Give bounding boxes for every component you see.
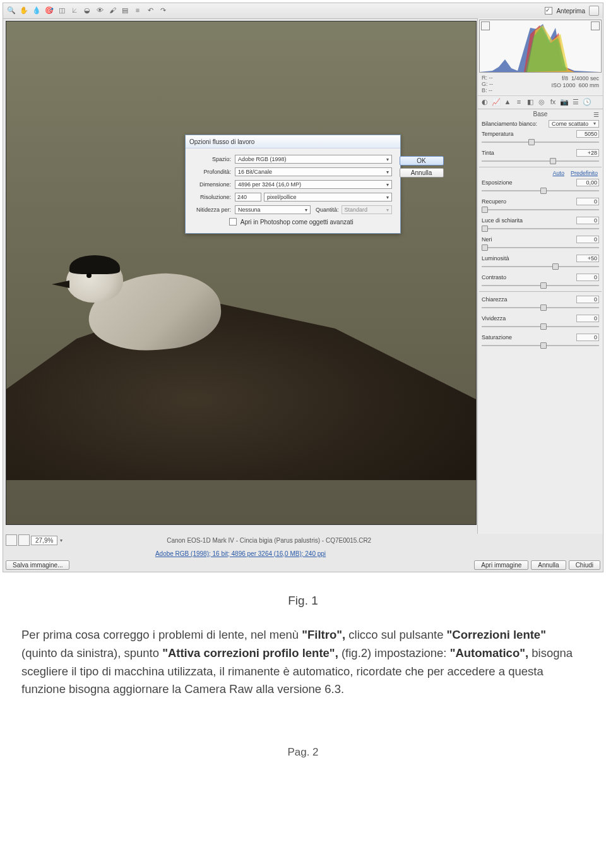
saturation-slider[interactable] xyxy=(482,342,599,349)
recovery-label: Recupero xyxy=(482,198,576,205)
tint-label: Tinta xyxy=(482,150,576,156)
grad-filter-icon[interactable]: ▤ xyxy=(121,6,129,15)
camera-raw-window: 🔍 ✋ 💧 🎯 ◫ ⟀ ◒ 👁 🖌 ▤ ≡ ↶ ↷ Anteprima xyxy=(3,3,603,572)
contrast-label: Contrasto xyxy=(482,274,576,280)
exposure-label: Esposizione xyxy=(482,179,576,186)
vibrance-value[interactable]: 0 xyxy=(576,315,599,322)
clarity-value[interactable]: 0 xyxy=(576,296,599,303)
saturation-value[interactable]: 0 xyxy=(576,334,599,341)
brightness-label: Luminosità xyxy=(482,255,576,262)
clarity-label: Chiarezza xyxy=(482,296,576,303)
auto-link[interactable]: Auto xyxy=(552,170,564,176)
log-shape xyxy=(6,278,476,480)
adjust-brush-icon[interactable]: 🖌 xyxy=(108,6,117,15)
workflow-options-link[interactable]: Adobe RGB (1998); 16 bit; 4896 per 3264 … xyxy=(155,550,326,557)
tint-value[interactable]: +28 xyxy=(576,149,599,157)
brightness-slider[interactable] xyxy=(482,263,599,270)
camera-tab-icon[interactable]: 📷 xyxy=(560,98,569,107)
basic-tab-icon[interactable]: ◐ xyxy=(480,98,489,107)
contrast-value[interactable]: 0 xyxy=(576,274,599,281)
color-sampler-icon[interactable]: 🎯 xyxy=(45,6,54,15)
temperature-value[interactable]: 5050 xyxy=(576,130,599,138)
zoom-in-button[interactable] xyxy=(18,534,30,546)
vibrance-slider[interactable] xyxy=(482,323,599,330)
preview-checkbox[interactable] xyxy=(545,7,552,15)
dimension-select[interactable]: 4896 per 3264 (16,0 MP) xyxy=(235,180,392,189)
rotate-ccw-icon[interactable]: ↶ xyxy=(146,6,155,15)
preview-area xyxy=(3,18,478,534)
zoom-out-button[interactable] xyxy=(6,534,17,546)
file-info: Canon EOS-1D Mark IV - Cincia bigia (Par… xyxy=(167,537,371,544)
panel-tabs: ◐ 📈 ▲ ≡ ◧ ◎ fx 📷 ☰ 🕓 xyxy=(478,96,603,109)
histogram xyxy=(479,20,602,73)
save-image-button[interactable]: Salva immagine... xyxy=(6,560,69,570)
fill-light-value[interactable]: 0 xyxy=(576,217,599,224)
resolution-unit-select[interactable]: pixel/pollice xyxy=(264,193,392,202)
split-tab-icon[interactable]: ◧ xyxy=(526,98,535,107)
image-preview[interactable] xyxy=(6,21,477,525)
fill-light-label: Luce di schiarita xyxy=(482,217,576,224)
histogram-svg xyxy=(480,21,600,72)
sharpen-select[interactable]: Nessuna xyxy=(235,205,311,214)
open-image-button[interactable]: Apri immagine xyxy=(474,560,528,570)
curve-tab-icon[interactable]: 📈 xyxy=(492,98,501,107)
bird-beak-shape xyxy=(52,280,69,288)
workflow-link-row: Adobe RGB (1998); 16 bit; 4896 per 3264 … xyxy=(6,548,475,559)
fx-tab-icon[interactable]: fx xyxy=(549,98,557,107)
snapshots-tab-icon[interactable]: 🕓 xyxy=(583,98,591,107)
quantity-select: Standard xyxy=(342,205,392,214)
tint-slider[interactable] xyxy=(482,158,599,164)
open-as-smart-checkbox[interactable] xyxy=(229,218,237,226)
brightness-value[interactable]: +50 xyxy=(576,255,599,262)
panel-menu-icon[interactable]: ☰ xyxy=(593,111,599,118)
ok-button[interactable]: OK xyxy=(400,156,444,166)
wb-select[interactable]: Come scattato xyxy=(549,120,599,128)
default-link[interactable]: Predefinito xyxy=(571,170,598,176)
dimension-label: Dimensione: xyxy=(191,181,231,188)
wb-label: Bilanciamento bianco: xyxy=(482,121,549,127)
temperature-label: Temperatura xyxy=(482,131,576,137)
blacks-slider[interactable] xyxy=(482,244,599,251)
cancel-button[interactable]: Annulla xyxy=(400,168,444,178)
article-body: Fig. 1 Per prima cosa correggo i problem… xyxy=(0,577,606,761)
zoom-tool-icon[interactable]: 🔍 xyxy=(7,6,16,15)
recovery-value[interactable]: 0 xyxy=(576,198,599,205)
presets-tab-icon[interactable]: ☰ xyxy=(571,98,580,107)
bird-eye-shape xyxy=(86,273,92,278)
vibrance-label: Vividezza xyxy=(482,315,576,322)
detail-tab-icon[interactable]: ▲ xyxy=(503,98,512,107)
wb-tool-icon[interactable]: 💧 xyxy=(32,6,41,15)
crop-tool-icon[interactable]: ◫ xyxy=(57,6,66,15)
resolution-input[interactable]: 240 xyxy=(235,193,261,202)
zoom-level[interactable]: 27,9% xyxy=(31,536,57,545)
exposure-value[interactable]: 0,00 xyxy=(576,179,599,186)
rotate-cw-icon[interactable]: ↷ xyxy=(158,6,167,15)
lens-tab-icon[interactable]: ◎ xyxy=(537,98,546,107)
exif-row: R: -- G: -- B: -- f/8 1/4000 sec ISO 100… xyxy=(478,74,603,96)
paragraph: Per prima cosa correggo i problemi di le… xyxy=(21,626,585,699)
quantity-label: Quantità: xyxy=(316,207,339,213)
clarity-slider[interactable] xyxy=(482,304,599,311)
spot-removal-icon[interactable]: ◒ xyxy=(83,6,92,15)
hsl-tab-icon[interactable]: ≡ xyxy=(514,98,523,107)
temperature-slider[interactable] xyxy=(482,139,599,145)
space-select[interactable]: Adobe RGB (1998) xyxy=(235,155,392,164)
dialog-title: Opzioni flusso di lavoro xyxy=(186,135,400,148)
contrast-slider[interactable] xyxy=(482,282,599,289)
done-button[interactable]: Chiudi xyxy=(569,560,600,570)
bottom-buttons: Salva immagine... Apri immagine Annulla … xyxy=(6,559,600,570)
exposure-slider[interactable] xyxy=(482,188,599,194)
recovery-slider[interactable] xyxy=(482,207,599,213)
blacks-value[interactable]: 0 xyxy=(576,236,599,243)
cancel-bottom-button[interactable]: Annulla xyxy=(531,560,566,570)
straighten-tool-icon[interactable]: ⟀ xyxy=(70,6,79,15)
sharpen-label: Nitidezza per: xyxy=(191,207,231,213)
hand-tool-icon[interactable]: ✋ xyxy=(20,6,28,15)
fullscreen-toggle-icon[interactable] xyxy=(589,6,599,16)
redeye-tool-icon[interactable]: 👁 xyxy=(95,6,104,15)
figure-caption: Fig. 1 xyxy=(21,591,585,610)
prefs-icon[interactable]: ≡ xyxy=(133,6,142,15)
depth-select[interactable]: 16 Bit/Canale xyxy=(235,167,392,176)
fill-light-slider[interactable] xyxy=(482,226,599,232)
saturation-label: Saturazione xyxy=(482,334,576,341)
